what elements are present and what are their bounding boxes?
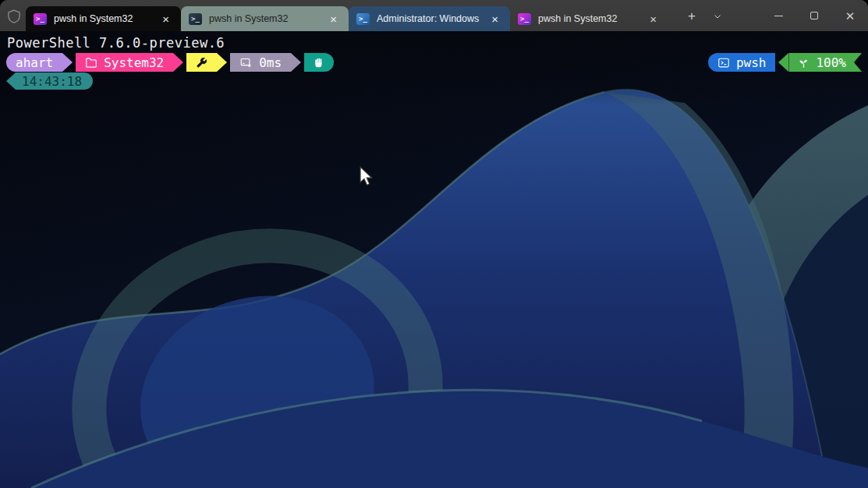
powerline-arrow	[6, 72, 16, 90]
powerline-arrow	[62, 53, 73, 72]
time-line: 14:43:18	[6, 72, 93, 90]
folder-icon	[85, 57, 97, 69]
tab-admin-windows[interactable]: >_ Administrator: Windows ×	[349, 6, 510, 31]
prompt-segment-status	[304, 53, 334, 72]
terminal-icon	[717, 57, 730, 69]
minimize-icon	[774, 16, 783, 16]
prompt-segment-battery: 100%	[775, 53, 862, 72]
new-tab-button[interactable]: +	[682, 8, 702, 25]
tab-actions: +	[682, 6, 727, 27]
powershell-magenta-icon: >_	[34, 13, 47, 25]
tab-pwsh-3[interactable]: >_ pwsh in System32 ×	[510, 6, 668, 31]
tab-close-icon[interactable]: ×	[158, 12, 173, 26]
tab-label: pwsh in System32	[54, 13, 151, 24]
tab-label: Administrator: Windows	[377, 13, 480, 24]
hand-icon	[314, 57, 324, 69]
terminal-window: >_ pwsh in System32 × >_ pwsh in System3…	[0, 0, 868, 488]
admin-shield-icon	[6, 9, 22, 24]
terminal-viewport[interactable]: PowerShell 7.6.0-preview.6 ahart System3…	[0, 31, 868, 488]
tab-label: pwsh in System32	[538, 13, 639, 24]
desktop-wallpaper	[0, 31, 868, 488]
minimize-button[interactable]	[760, 0, 796, 31]
wrench-icon	[196, 57, 207, 69]
maximize-icon	[810, 12, 818, 19]
tab-dropdown-button[interactable]	[708, 10, 727, 23]
powerline-arrow	[173, 53, 183, 72]
tab-close-icon[interactable]: ×	[646, 12, 661, 26]
tab-close-icon[interactable]: ×	[326, 12, 341, 26]
console-icon	[239, 57, 253, 69]
close-icon: ✕	[845, 10, 856, 22]
seedling-icon	[798, 57, 810, 69]
titlebar: >_ pwsh in System32 × >_ pwsh in System3…	[0, 0, 868, 31]
powerline-arrow	[217, 53, 227, 72]
tab-label: pwsh in System32	[209, 13, 319, 24]
chevron-down-icon	[713, 12, 722, 21]
prompt-segment-path: System32	[76, 53, 186, 72]
prompt-segment-execution-time: 0ms	[230, 53, 304, 72]
powershell-dark-icon: >_	[189, 13, 202, 25]
maximize-button[interactable]	[796, 0, 832, 31]
window-controls: ✕	[760, 0, 868, 31]
powershell-blue-icon: >_	[356, 13, 370, 25]
prompt-right-group: pwsh 100%	[708, 53, 862, 72]
prompt-segment-tools	[186, 53, 230, 72]
powershell-magenta-icon: >_	[518, 13, 531, 25]
prompt-line: ahart System32	[6, 53, 334, 72]
tab-bar: >_ pwsh in System32 × >_ pwsh in System3…	[26, 6, 668, 31]
powerline-arrow	[291, 53, 301, 72]
prompt-segment-shell: pwsh	[708, 53, 776, 72]
tab-pwsh-2[interactable]: >_ pwsh in System32 ×	[181, 6, 349, 31]
powerline-arrow	[778, 53, 788, 72]
prompt-segment-user: ahart	[6, 53, 76, 72]
prompt-segment-time: 14:43:18	[6, 72, 93, 90]
shell-version-text: PowerShell 7.6.0-preview.6	[7, 35, 225, 51]
close-button[interactable]: ✕	[832, 0, 868, 31]
tab-pwsh-1[interactable]: >_ pwsh in System32 ×	[26, 6, 181, 31]
tab-close-icon[interactable]: ×	[487, 12, 502, 26]
